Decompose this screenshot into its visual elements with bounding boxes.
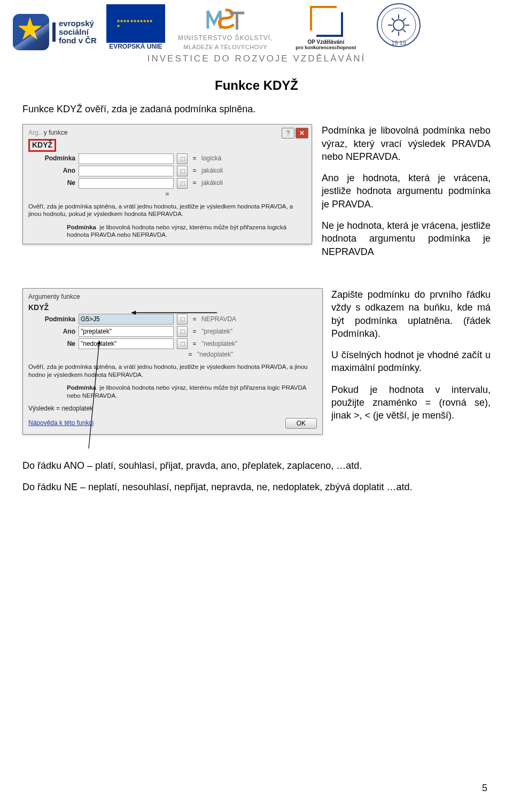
- esf-logo: evropský sociální fond v ČR: [13, 14, 97, 50]
- arg-input-ano[interactable]: [79, 166, 174, 176]
- esf-star-icon: [13, 14, 49, 50]
- ref-picker-icon[interactable]: ⬚: [177, 178, 188, 189]
- msmt-icon: [205, 6, 246, 32]
- side2-p3: Pokud je hodnota v intervalu, použijte z…: [331, 383, 491, 422]
- arg-input-ano[interactable]: [79, 326, 174, 337]
- side1-p1: Podmínka je libovolná podmínka nebo výra…: [322, 124, 491, 163]
- arg-input-ne[interactable]: [79, 338, 174, 349]
- fn-args-dialog-filled: Argumenty funkce KDYŽ Podmínka ⬚ = NEPRA…: [22, 288, 323, 435]
- opvk-square-icon: [307, 5, 345, 39]
- arg-label-podminka: Podmínka: [28, 315, 75, 323]
- svg-point-2: [393, 20, 404, 30]
- eu-flag-icon: [106, 4, 165, 43]
- dialog-section-label: Arg...y funkce: [28, 129, 306, 137]
- desc-sub-text: je libovolná hodnota nebo výraz, kterému…: [67, 384, 306, 398]
- ref-picker-icon[interactable]: ⬚: [177, 338, 188, 349]
- function-name-highlight: KDYŽ: [28, 139, 56, 152]
- arg-label-ano: Ano: [28, 167, 75, 175]
- arg-right-result: "nedoplatek": [197, 351, 233, 359]
- arg-right-ne: "nedoplatek": [201, 340, 237, 348]
- footer-line-ano: Do řádku ANO – platí, souhlasí, přijat, …: [22, 459, 491, 472]
- crest-icon: 19 19: [376, 2, 422, 48]
- dialog-description: Ověří, zda je podmínka splněna, a vrátí …: [28, 363, 317, 399]
- fn-args-dialog-empty: ? ✕ Arg...y funkce KDYŽ Podmínka ⬚ = log…: [22, 124, 312, 244]
- help-button[interactable]: ?: [282, 128, 294, 138]
- opvk-line1: OP Vzdělávání: [307, 39, 344, 45]
- arg-label-podminka: Podmínka: [28, 154, 75, 163]
- arg-input-podminka[interactable]: [79, 314, 174, 324]
- arg-label-ano: Ano: [28, 328, 75, 336]
- arg-label-ne: Ne: [28, 179, 75, 187]
- page-number: 5: [482, 783, 487, 794]
- school-crest-logo: 19 19: [376, 2, 422, 50]
- side1-p3: Ne je hodnota, která je vrácena, jestliž…: [322, 219, 491, 258]
- dialog-section-label: Argumenty funkce: [28, 293, 317, 301]
- help-link[interactable]: Nápověda k této funkci: [28, 419, 94, 427]
- desc-sub-label: Podmínka: [67, 384, 96, 391]
- footer-line-ne: Do řádku NE – neplatí, nesouhlasí, nepři…: [22, 481, 491, 493]
- header-logos: evropský sociální fond v ČR EVROPSKÁ UNI…: [0, 0, 513, 50]
- desc-sub-text: je libovolná hodnota nebo výraz, kterému…: [67, 224, 286, 238]
- msmt-logo: MINISTERSTVO ŠKOLSTVÍ, MLÁDEŽE A TĚLOVÝC…: [175, 6, 276, 50]
- side2-p1: Zapište podmínku do prvního řádku vždy s…: [331, 288, 491, 340]
- arg-right-ano: jakákoli: [201, 167, 223, 175]
- ref-picker-icon[interactable]: ⬚: [177, 153, 188, 164]
- arg-right-ne: jakákoli: [201, 179, 223, 187]
- result-value: nedoplatek: [61, 405, 93, 412]
- ref-picker-icon[interactable]: ⬚: [177, 326, 188, 337]
- arg-right-podminka: NEPRAVDA: [201, 315, 236, 323]
- opvk-logo: OP Vzdělávání pro konkurenceschopnost: [286, 5, 366, 50]
- arg-right-podminka: logická: [201, 154, 221, 163]
- eu-flag-caption: EVROPSKÁ UNIE: [109, 43, 162, 50]
- msmt-line1: MINISTERSTVO ŠKOLSTVÍ,: [178, 34, 273, 42]
- arg-input-ne[interactable]: [79, 178, 174, 189]
- svg-point-1: [382, 8, 416, 42]
- function-name: KDYŽ: [28, 303, 317, 313]
- crest-year: 19 19: [391, 40, 406, 46]
- esf-logo-text: evropský sociální fond v ČR: [59, 19, 97, 44]
- side1-p2: Ano je hodnota, která je vrácena, jestli…: [322, 172, 491, 211]
- close-button[interactable]: ✕: [296, 128, 308, 138]
- result-label: Výsledek =: [28, 405, 60, 412]
- side2-p2: U číselných hodnot je vhodné začít u max…: [331, 349, 491, 375]
- ok-button[interactable]: OK: [285, 418, 317, 429]
- opvk-line2: pro konkurenceschopnost: [296, 45, 356, 50]
- arg-input-podminka[interactable]: [79, 153, 174, 164]
- eu-flag-logo: EVROPSKÁ UNIE: [106, 4, 165, 50]
- intro-text: Funkce KDYŽ ověří, zda je zadaná podmínk…: [22, 103, 491, 115]
- arg-right-ano: "preplatek": [201, 328, 232, 336]
- msmt-line2: MLÁDEŽE A TĚLOVÝCHOVY: [183, 44, 267, 50]
- desc-sub-label: Podmínka: [67, 224, 96, 230]
- header-tagline: INVESTICE DO ROZVOJE VZDĚLÁVÁNÍ: [0, 53, 513, 64]
- page-title: Funkce KDYŽ: [22, 78, 491, 93]
- ref-picker-icon[interactable]: ⬚: [177, 166, 188, 176]
- result-eq: =: [164, 190, 171, 198]
- ref-picker-icon[interactable]: ⬚: [177, 314, 188, 324]
- arg-label-ne: Ne: [28, 340, 75, 348]
- dialog-description: Ověří, zda je podmínka splněna, a vrátí …: [28, 203, 306, 239]
